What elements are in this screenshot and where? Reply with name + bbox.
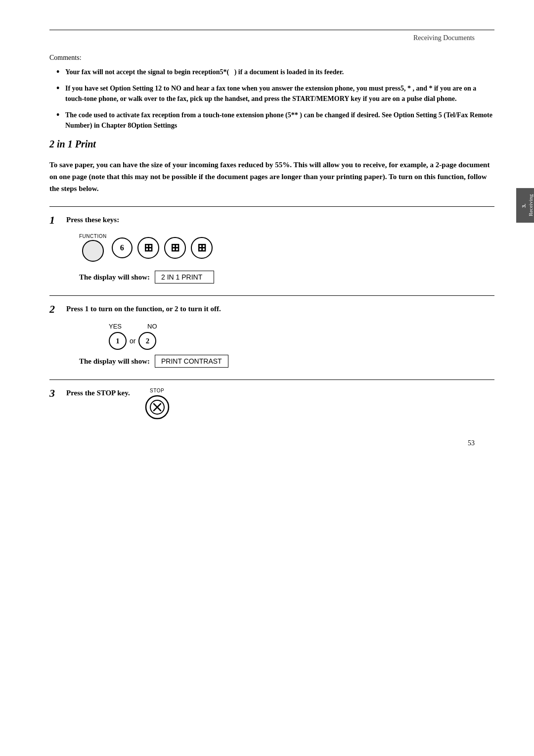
step3-row: 3 Press the STOP key. STOP: [49, 387, 494, 420]
section-title: 2 in 1 Print: [49, 139, 494, 150]
step3-block: 3 Press the STOP key. STOP: [49, 379, 494, 420]
stop-key-label: STOP: [150, 388, 164, 393]
hash-key-1: ⊞: [137, 237, 159, 259]
step1-header: 1 Press these keys:: [49, 214, 494, 227]
step1-display-label: The display will show:: [79, 273, 150, 282]
side-tab-line1: ReceivingDocuments: [528, 193, 534, 218]
page-header: Receiving Documents: [49, 34, 494, 42]
step1-keys-row: FUNCTION 6 ⊞ ⊞ ⊞: [79, 234, 494, 262]
side-tab: 3. ReceivingDocuments: [516, 188, 534, 223]
hash-key-2: ⊞: [164, 237, 186, 259]
or-text: or: [130, 337, 135, 345]
hash-key-1-wrapper: ⊞: [137, 237, 159, 259]
hash-key-3-wrapper: ⊞: [191, 237, 213, 259]
step2-header: 2 Press 1 to turn on the function, or 2 …: [49, 303, 494, 316]
step1-display-box: 2 IN 1 PRINT: [155, 271, 214, 284]
bullet-item-3: The code used to activate fax reception …: [54, 110, 494, 131]
step1-number: 1: [49, 214, 60, 227]
stop-key-icon: [145, 395, 170, 420]
step3-number: 3: [49, 387, 60, 400]
step2-display-row: The display will show: PRINT CONTRAST: [79, 355, 494, 368]
step3-header: 3 Press the STOP key.: [49, 387, 130, 400]
key-1: 1: [109, 332, 127, 350]
step2-display-label: The display will show:: [79, 357, 150, 366]
step2-number: 2: [49, 303, 60, 316]
bullet-list: Your fax will not accept the signal to b…: [49, 67, 494, 131]
hash-key-3: ⊞: [191, 237, 213, 259]
yes-label: YES: [109, 323, 122, 330]
function-key-label: FUNCTION: [79, 234, 107, 239]
step2-label: Press 1 to turn on the function, or 2 to…: [66, 303, 221, 313]
header-title: Receiving Documents: [413, 34, 475, 42]
bullet-item-1: Your fax will not accept the signal to b…: [54, 67, 494, 77]
six-key-wrapper: 6: [112, 237, 133, 258]
hash-key-2-wrapper: ⊞: [164, 237, 186, 259]
main-description: To save paper, you can have the size of …: [49, 159, 494, 194]
yes-no-row: 1 or 2: [109, 332, 494, 350]
six-key: 6: [112, 237, 133, 258]
comments-section: Comments: Your fax will not accept the s…: [49, 54, 494, 131]
function-key-wrapper: FUNCTION: [79, 234, 107, 262]
no-label: NO: [147, 323, 157, 330]
bullet-item-2: If you have set Option Setting 12 to NO …: [54, 83, 494, 104]
step2-display-box: PRINT CONTRAST: [155, 355, 228, 368]
step1-display-row: The display will show: 2 IN 1 PRINT: [79, 271, 494, 284]
yes-no-labels: YES NO: [109, 323, 494, 330]
step1-label: Press these keys:: [66, 214, 119, 224]
function-key: [82, 240, 104, 262]
top-rule: [49, 30, 494, 30]
key-2: 2: [138, 332, 156, 350]
comments-label: Comments:: [49, 54, 494, 62]
step1-block: 1 Press these keys: FUNCTION 6 ⊞ ⊞: [49, 206, 494, 284]
step3-label: Press the STOP key.: [66, 387, 130, 397]
stop-key-wrapper: STOP: [145, 388, 170, 420]
page-number: 53: [49, 439, 494, 447]
side-tab-chapter: 3.: [520, 194, 527, 218]
step2-block: 2 Press 1 to turn on the function, or 2 …: [49, 295, 494, 368]
page-container: Receiving Documents 3. ReceivingDocument…: [0, 0, 534, 756]
